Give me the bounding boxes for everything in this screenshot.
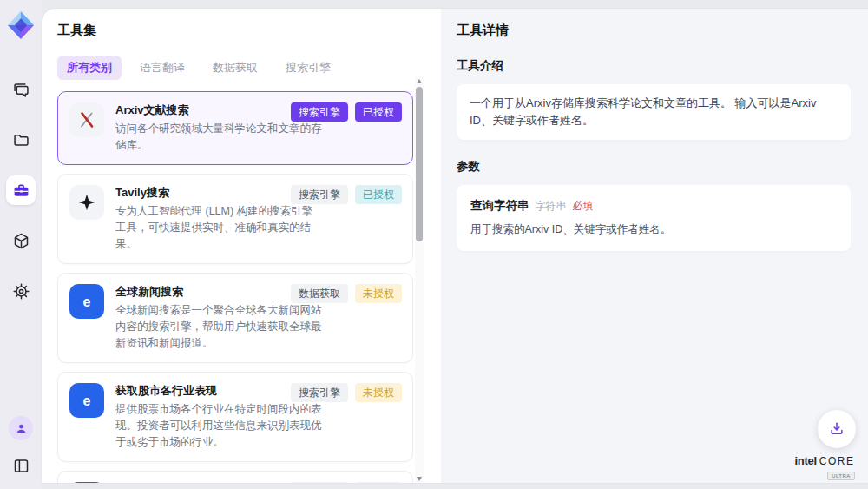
intel-product-text: core bbox=[819, 456, 855, 466]
intel-tier-badge: Ultra bbox=[827, 472, 855, 480]
auth-status-badge: 已授权 bbox=[355, 102, 402, 122]
folder-icon[interactable] bbox=[6, 125, 36, 155]
tool-card-global-news[interactable]: e 全球新闻搜索 全球新闻搜索是一个聚合全球各大新闻网站内容的搜索引擎，帮助用户… bbox=[57, 273, 413, 363]
main-panel: 工具集 所有类别 语言翻译 数据获取 搜索引擎 Arxiv文献搜索 访问各个研究… bbox=[42, 9, 868, 483]
auth-status-badge: 未授权 bbox=[355, 482, 402, 483]
tool-description: 提供股票市场各个行业在特定时间段内的表现。投资者可以利用这些信息来识别表现优于或… bbox=[115, 401, 322, 451]
intel-wordmark: intel core bbox=[790, 455, 859, 466]
category-badge: 数据获取 bbox=[291, 284, 348, 303]
cube-icon[interactable] bbox=[6, 226, 36, 255]
toolset-panel: 工具集 所有类别 语言翻译 数据获取 搜索引擎 Arxiv文献搜索 访问各个研究… bbox=[42, 9, 441, 483]
tool-badges: 搜索引擎 未授权 bbox=[291, 383, 402, 402]
scrollbar-thumb[interactable] bbox=[416, 87, 423, 241]
tool-card-arxiv[interactable]: Arxiv文献搜索 访问各个研究领域大量科学论文和文章的存储库。 搜索引擎 已授… bbox=[57, 91, 413, 165]
parameter-type: 字符串 bbox=[536, 199, 567, 214]
tool-badges: 数据获取 未授权 bbox=[291, 284, 402, 303]
tool-detail-panel: 工具详情 工具介绍 一个用于从Arxiv存储库搜索科学论文和文章的工具。 输入可… bbox=[441, 9, 868, 483]
toolbox-icon[interactable] bbox=[6, 175, 36, 205]
tool-description: 全球新闻搜索是一个聚合全球各大新闻网站内容的搜索引擎，帮助用户快速获取全球最新资… bbox=[115, 302, 322, 352]
scroll-down-arrow-icon[interactable] bbox=[415, 474, 424, 483]
category-badge: 搜索引擎 bbox=[291, 482, 348, 483]
tool-list-scrollbar[interactable] bbox=[415, 76, 424, 483]
tab-data-fetching[interactable]: 数据获取 bbox=[203, 56, 267, 80]
auth-status-badge: 未授权 bbox=[355, 383, 402, 402]
detail-title: 工具详情 bbox=[457, 23, 851, 39]
tool-card-tavily[interactable]: Tavily搜索 专为人工智能代理 (LLM) 构建的搜索引擎工具，可快速提供实… bbox=[57, 174, 413, 264]
collapse-panel-icon[interactable] bbox=[6, 451, 36, 480]
download-button[interactable] bbox=[818, 410, 856, 448]
scroll-up-arrow-icon[interactable] bbox=[415, 76, 424, 85]
settings-gear-icon[interactable] bbox=[6, 276, 36, 306]
tool-description: 专为人工智能代理 (LLM) 构建的搜索引擎工具，可快速提供实时、准确和真实的结… bbox=[115, 203, 322, 253]
tab-search-engine[interactable]: 搜索引擎 bbox=[276, 56, 340, 80]
svg-text:e: e bbox=[83, 393, 91, 408]
parameter-name: 查询字符串 bbox=[470, 198, 529, 214]
tool-list: Arxiv文献搜索 访问各个研究领域大量科学论文和文章的存储库。 搜索引擎 已授… bbox=[57, 91, 413, 483]
arxiv-icon bbox=[69, 102, 104, 137]
tool-badges: 搜索引擎 已授权 bbox=[291, 185, 402, 204]
tab-all-categories[interactable]: 所有类别 bbox=[57, 56, 122, 80]
category-badge: 搜索引擎 bbox=[291, 383, 348, 402]
chat-icon[interactable] bbox=[6, 75, 36, 104]
intel-brand-text: intel bbox=[795, 455, 817, 466]
left-icon-rail bbox=[0, 0, 42, 489]
download-icon bbox=[828, 420, 845, 438]
scrollbar-track[interactable] bbox=[415, 85, 424, 474]
tool-card-sector-performance[interactable]: e 获取股市各行业表现 提供股票市场各个行业在特定时间段内的表现。投资者可以利用… bbox=[57, 372, 413, 462]
tool-description: 访问各个研究领域大量科学论文和文章的存储库。 bbox=[115, 121, 322, 154]
auth-status-badge: 未授权 bbox=[355, 284, 402, 303]
tavily-star-icon bbox=[69, 185, 104, 220]
tool-badges: 搜索引擎 已授权 bbox=[291, 102, 402, 122]
tab-language-translation[interactable]: 语言翻译 bbox=[130, 56, 194, 80]
global-news-icon: e bbox=[69, 284, 104, 319]
rail-bottom bbox=[6, 416, 36, 480]
app-logo bbox=[6, 10, 36, 40]
category-tabs: 所有类别 语言翻译 数据获取 搜索引擎 bbox=[57, 56, 441, 80]
tool-card-active-stocks[interactable]: e 获取市场最活跃股票信息 提供当天交易量最高的股票列表，投资者可以利用这些信息… bbox=[57, 471, 413, 483]
user-avatar[interactable] bbox=[9, 416, 33, 440]
intro-text: 一个用于从Arxiv存储库搜索科学论文和文章的工具。 输入可以是Arxiv ID… bbox=[457, 84, 851, 140]
finance-icon: e bbox=[69, 383, 104, 418]
parameter-required-badge: 必填 bbox=[573, 199, 594, 214]
intro-heading: 工具介绍 bbox=[457, 58, 851, 74]
rail-nav bbox=[6, 75, 36, 306]
parameter-head: 查询字符串 字符串 必填 bbox=[470, 198, 837, 214]
category-badge: 搜索引擎 bbox=[291, 102, 348, 122]
auth-status-badge: 已授权 bbox=[355, 185, 402, 204]
intel-core-logo: intel core Ultra bbox=[790, 455, 859, 480]
toolset-title: 工具集 bbox=[57, 23, 441, 39]
parameter-description: 用于搜索的Arxiv ID、关键字或作者姓名。 bbox=[470, 221, 837, 238]
params-heading: 参数 bbox=[457, 159, 851, 175]
finance-icon: e bbox=[69, 482, 104, 483]
parameter-item: 查询字符串 字符串 必填 用于搜索的Arxiv ID、关键字或作者姓名。 bbox=[457, 185, 851, 251]
tool-badges: 搜索引擎 未授权 bbox=[291, 482, 402, 483]
category-badge: 搜索引擎 bbox=[291, 185, 348, 204]
svg-text:e: e bbox=[83, 294, 91, 309]
